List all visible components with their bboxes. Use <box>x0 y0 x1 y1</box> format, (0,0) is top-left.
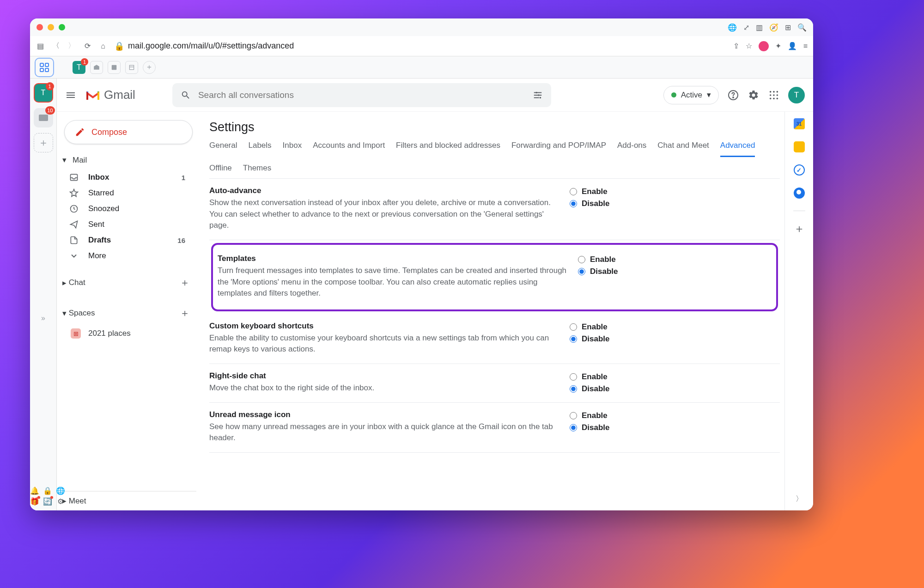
tab-general[interactable]: General <box>209 141 237 157</box>
disable-option[interactable]: Disable <box>570 423 662 432</box>
space-item[interactable]: ⊞2021 places <box>61 325 196 342</box>
url-text: mail.google.com/mail/u/0/#settings/advan… <box>128 41 294 51</box>
search-options-icon[interactable] <box>533 90 543 100</box>
enable-radio[interactable] <box>578 256 585 263</box>
sidebar-toggle-icon[interactable]: ▤ <box>36 42 45 51</box>
settings-icon[interactable] <box>748 89 760 101</box>
share-icon[interactable]: ⇪ <box>733 42 739 50</box>
bookmark-icon[interactable]: ☆ <box>746 42 752 50</box>
minimize-window-button[interactable] <box>48 24 54 30</box>
enable-radio[interactable] <box>570 323 577 331</box>
enable-radio[interactable] <box>570 412 577 419</box>
contacts-icon[interactable] <box>794 188 805 199</box>
rail-add-app-button[interactable]: ＋ <box>34 133 53 152</box>
apps-icon[interactable] <box>768 89 780 101</box>
rail-expand-icon[interactable]: » <box>41 314 45 322</box>
compass-icon[interactable]: 🧭 <box>769 23 778 32</box>
disable-option[interactable]: Disable <box>570 384 662 394</box>
meet-section-header[interactable]: ▸ Meet <box>61 491 196 510</box>
disable-option[interactable]: Disable <box>570 199 662 208</box>
home-button[interactable]: ⌂ <box>98 42 108 51</box>
extension-1[interactable] <box>759 41 769 51</box>
tab-offline[interactable]: Offline <box>209 164 232 178</box>
search-input[interactable] <box>198 90 525 100</box>
settings-pane[interactable]: Settings GeneralLabelsInboxAccounts and … <box>200 112 784 510</box>
nav-item-snoozed[interactable]: Snoozed <box>61 201 196 217</box>
tab-labels[interactable]: Labels <box>248 141 271 157</box>
workspace-tab-1[interactable]: T1 <box>73 61 85 74</box>
nav-item-sent[interactable]: Sent <box>61 217 196 232</box>
enable-radio[interactable] <box>570 188 577 195</box>
support-icon[interactable] <box>727 89 739 101</box>
enable-option[interactable]: Enable <box>570 187 662 196</box>
profile-icon[interactable]: 👤 <box>788 42 797 50</box>
lock-icon[interactable]: 🔒 <box>43 486 52 495</box>
maximize-window-button[interactable] <box>59 24 65 30</box>
nav-back-button[interactable]: 〈 <box>51 42 61 51</box>
extensions-icon[interactable]: ✦ <box>775 42 781 50</box>
spaces-section-header[interactable]: ▾ Spaces＋ <box>61 302 196 325</box>
enable-option[interactable]: Enable <box>570 372 662 382</box>
reload-button[interactable]: ⟳ <box>83 42 92 51</box>
globe-icon[interactable]: 🌐 <box>728 23 737 32</box>
bell-icon[interactable]: 🔔 <box>30 486 39 495</box>
nav-forward-button[interactable]: 〉 <box>67 42 76 51</box>
tab-filters-and-blocked-addresses[interactable]: Filters and blocked addresses <box>396 141 500 157</box>
disable-radio[interactable] <box>570 335 577 343</box>
disable-radio[interactable] <box>570 200 577 207</box>
globe-icon[interactable]: 🌐 <box>56 486 65 495</box>
nav-item-drafts[interactable]: Drafts16 <box>61 232 196 248</box>
tab-accounts-and-import[interactable]: Accounts and Import <box>313 141 385 157</box>
get-addons-button[interactable]: ＋ <box>794 223 805 234</box>
tab-inbox[interactable]: Inbox <box>283 141 302 157</box>
gmail-logo[interactable]: Gmail <box>85 88 135 102</box>
workspace-add-button[interactable]: ＋ <box>143 61 156 74</box>
gift-icon[interactable]: 🎁 <box>30 497 39 506</box>
expand-icon[interactable]: ⤢ <box>743 23 749 32</box>
columns-icon[interactable]: ▥ <box>756 23 763 32</box>
calendar-icon[interactable] <box>794 118 805 129</box>
keep-icon[interactable] <box>794 141 805 152</box>
disable-radio[interactable] <box>570 424 577 431</box>
disable-option[interactable]: Disable <box>570 334 662 344</box>
rail-app-outlook[interactable]: 10 <box>34 108 53 127</box>
tab-add-ons[interactable]: Add-ons <box>617 141 646 157</box>
search-icon[interactable]: 🔍 <box>797 23 807 32</box>
browser-menu-icon[interactable]: ≡ <box>803 42 808 50</box>
refresh-icon[interactable]: 🔄 <box>43 497 52 506</box>
nav-item-more[interactable]: More <box>61 248 196 264</box>
disable-radio[interactable] <box>570 385 577 393</box>
tab-advanced[interactable]: Advanced <box>720 141 755 157</box>
spaces-add-button[interactable]: ＋ <box>180 306 190 320</box>
workspace-tab-3[interactable] <box>108 61 121 74</box>
grid-icon[interactable]: ⊞ <box>785 23 791 32</box>
account-avatar[interactable]: T <box>788 87 805 103</box>
enable-option[interactable]: Enable <box>570 411 662 420</box>
disable-option[interactable]: Disable <box>578 267 670 276</box>
chat-section-header[interactable]: ▸ Chat＋ <box>61 271 196 294</box>
settings-rail-icon[interactable]: ⚙ <box>57 497 64 506</box>
status-chip[interactable]: Active ▾ <box>663 86 719 104</box>
mail-section-header[interactable]: ▾Mail <box>61 152 196 170</box>
rail-app-gmail[interactable]: T 1 <box>34 83 53 103</box>
enable-radio[interactable] <box>570 373 577 381</box>
tasks-icon[interactable] <box>794 164 805 176</box>
disable-radio[interactable] <box>578 268 585 275</box>
enable-option[interactable]: Enable <box>570 322 662 332</box>
workspace-tab-2[interactable] <box>90 61 103 74</box>
chat-add-button[interactable]: ＋ <box>180 276 190 290</box>
tab-themes[interactable]: Themes <box>243 164 271 178</box>
tab-forwarding-and-pop-imap[interactable]: Forwarding and POP/IMAP <box>511 141 606 157</box>
address-bar[interactable]: 🔒 mail.google.com/mail/u/0/#settings/adv… <box>114 41 727 51</box>
compose-button[interactable]: Compose <box>64 120 193 144</box>
workspace-tab-4[interactable] <box>125 61 138 74</box>
hide-sidepanel-button[interactable]: 〉 <box>796 494 803 504</box>
nav-item-starred[interactable]: Starred <box>61 185 196 201</box>
tab-chat-and-meet[interactable]: Chat and Meet <box>657 141 709 157</box>
nav-item-inbox[interactable]: Inbox1 <box>61 170 196 185</box>
close-window-button[interactable] <box>36 24 43 30</box>
search-bar[interactable] <box>172 83 551 107</box>
main-menu-button[interactable] <box>65 90 76 101</box>
workspace-grid-button[interactable] <box>35 58 54 77</box>
enable-option[interactable]: Enable <box>578 255 670 264</box>
